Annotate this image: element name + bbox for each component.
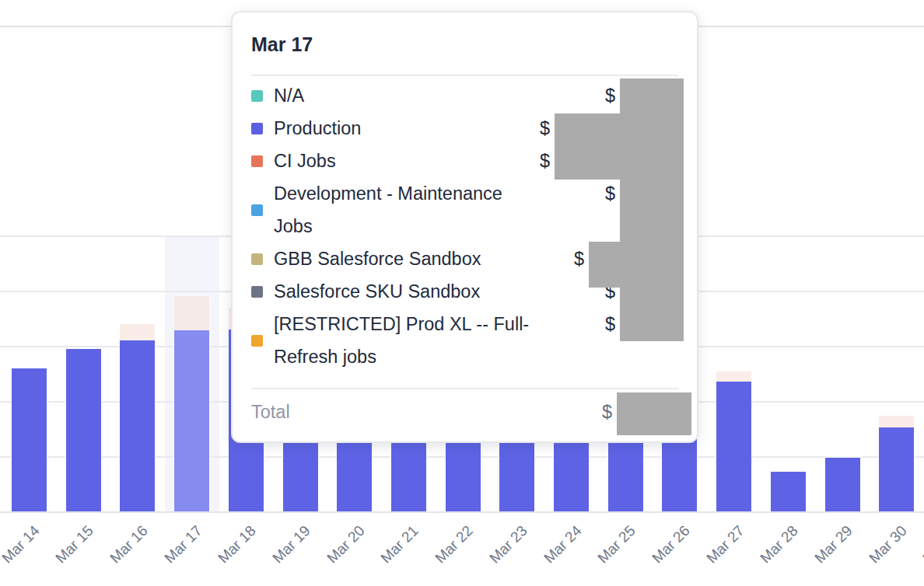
x-axis-label: Mar 22 <box>432 522 476 567</box>
bar-mar-15[interactable] <box>65 347 103 511</box>
x-axis-label: Mar 24 <box>541 522 585 567</box>
bar-segment-ci-jobs <box>879 416 914 427</box>
series-label: Development - MaintenanceJobs <box>274 177 605 242</box>
tooltip-total-label: Total <box>251 396 602 428</box>
series-color-swatch-icon <box>251 253 263 265</box>
series-label: Production <box>274 112 540 145</box>
series-color-swatch-icon <box>251 286 263 298</box>
series-color-swatch-icon <box>251 155 263 167</box>
x-axis-label: Mar 30 <box>866 522 910 567</box>
bar-segment-production <box>120 340 155 511</box>
bar-segment-ci-jobs <box>716 371 751 382</box>
x-axis-label: Mar 26 <box>649 522 693 567</box>
redacted-value-box <box>589 242 620 288</box>
x-axis-label: Mar 16 <box>107 522 151 567</box>
x-axis-label: Mar 25 <box>594 522 639 567</box>
bar-stack <box>715 370 753 511</box>
bar-stack <box>65 347 103 511</box>
bar-mar-14[interactable] <box>10 367 48 511</box>
x-axis-label: Mar 23 <box>486 522 530 567</box>
series-label: GBB Salesforce Sandbox <box>274 242 574 275</box>
tooltip-row-development-maintenance-jobs: Development - MaintenanceJobs$ <box>251 177 678 242</box>
tooltip-total-value: $ <box>602 396 612 428</box>
bar-stack <box>877 414 915 511</box>
bar-segment-production <box>825 458 860 511</box>
bar-stack <box>118 323 156 511</box>
bar-stack <box>10 367 48 511</box>
x-axis-label: Mar 21 <box>378 522 422 567</box>
series-value: $ <box>605 177 615 210</box>
bar-segment-ci-jobs <box>174 296 209 330</box>
bar-segment-production <box>12 368 47 511</box>
tooltip-row-restricted-prod-xl-full-refresh-jobs: [RESTRICTED] Prod XL -- Full-Refresh job… <box>251 308 678 373</box>
series-label: N/A <box>274 79 605 112</box>
redacted-value-box <box>555 113 620 180</box>
x-axis-label: Mar 19 <box>269 522 313 567</box>
bar-mar-29[interactable] <box>824 456 862 511</box>
series-label: CI Jobs <box>274 145 540 177</box>
series-value: $ <box>540 112 550 145</box>
series-value: $ <box>605 79 615 112</box>
bar-mar-30[interactable] <box>877 414 915 511</box>
bar-mar-27[interactable] <box>715 370 753 511</box>
bar-stack <box>173 295 211 511</box>
x-axis-label: Mar 14 <box>0 522 43 567</box>
x-axis-label: Mar 20 <box>324 522 368 567</box>
chart-tooltip: Mar 17 N/A$Production$CI Jobs$Developmen… <box>231 11 698 443</box>
series-value: $ <box>540 145 550 177</box>
series-value: $ <box>605 308 615 340</box>
x-axis-label: Mar 31 <box>920 522 924 567</box>
bar-segment-production <box>879 427 914 511</box>
series-label: Salesforce SKU Sandbox <box>274 275 605 308</box>
bar-segment-production <box>771 472 806 511</box>
x-axis-line <box>0 511 924 513</box>
redacted-value-box <box>620 78 684 341</box>
x-axis-label: Mar 15 <box>52 522 96 567</box>
x-axis-label: Mar 29 <box>811 522 856 567</box>
bar-segment-production <box>174 330 209 511</box>
chart-root: Mar 14Mar 15Mar 16Mar 17Mar 18Mar 19Mar … <box>0 0 924 586</box>
series-color-swatch-icon <box>251 335 263 347</box>
bar-mar-17[interactable] <box>173 295 211 511</box>
series-color-swatch-icon <box>251 123 263 134</box>
series-label: [RESTRICTED] Prod XL -- Full-Refresh job… <box>274 308 605 373</box>
x-axis-label: Mar 18 <box>215 522 259 567</box>
x-axis-label: Mar 17 <box>161 522 205 567</box>
x-axis-label: Mar 28 <box>757 522 801 567</box>
bar-segment-production <box>716 382 751 511</box>
bar-mar-16[interactable] <box>118 323 156 511</box>
series-color-swatch-icon <box>251 204 263 216</box>
tooltip-title: Mar 17 <box>251 34 678 54</box>
bar-segment-production <box>66 349 101 511</box>
bar-stack <box>769 470 807 511</box>
series-value: $ <box>574 242 584 275</box>
series-color-swatch-icon <box>251 90 263 102</box>
redacted-value-box <box>617 392 691 435</box>
bar-stack <box>824 456 862 511</box>
bar-segment-ci-jobs <box>120 324 155 340</box>
tooltip-row-n-a: N/A$ <box>251 79 678 112</box>
bar-mar-28[interactable] <box>769 470 807 511</box>
x-axis-label: Mar 27 <box>703 522 747 567</box>
tooltip-total-row: Total $ <box>251 389 678 428</box>
